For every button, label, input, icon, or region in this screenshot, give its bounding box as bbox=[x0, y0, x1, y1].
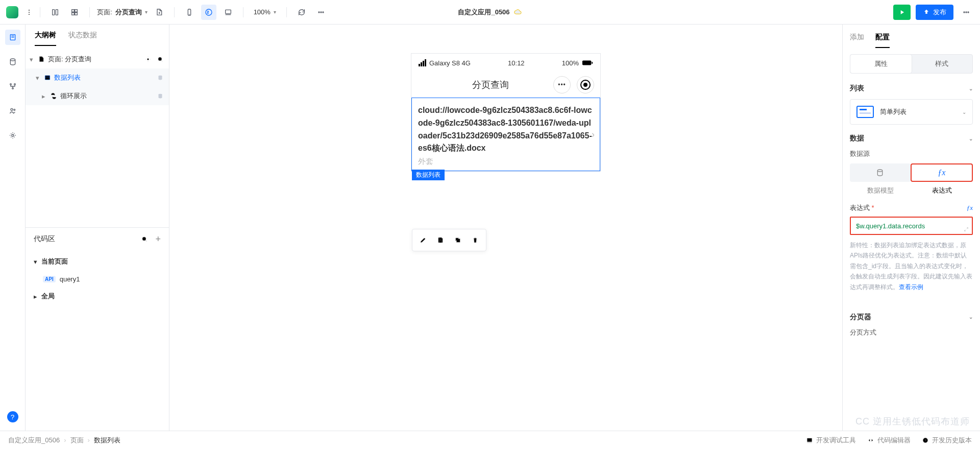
section-pager-header[interactable]: 分页器⌄ bbox=[850, 313, 973, 322]
device-page-title: 分页查询 bbox=[428, 79, 553, 91]
rail-database-icon[interactable] bbox=[5, 54, 20, 69]
svg-line-38 bbox=[146, 240, 147, 241]
publish-button[interactable]: 发布 bbox=[916, 5, 953, 20]
miniprogram-icon[interactable] bbox=[201, 5, 216, 20]
search-icon[interactable] bbox=[141, 235, 148, 243]
panel-icon[interactable] bbox=[47, 5, 63, 20]
svg-rect-12 bbox=[225, 10, 231, 13]
signal-icon bbox=[419, 59, 426, 66]
debug-tools[interactable]: 开发调试工具 bbox=[806, 436, 856, 445]
datasource-segment: ƒx bbox=[850, 163, 973, 182]
left-tabs: 大纲树 状态数据 bbox=[26, 25, 169, 46]
svg-point-14 bbox=[318, 12, 320, 13]
seg-styles[interactable]: 样式 bbox=[912, 55, 973, 73]
item-title: cloud://lowcode-9g6zlcz504383ac8.6c6f-lo… bbox=[418, 104, 594, 155]
svg-point-23 bbox=[10, 59, 15, 61]
mp-menu-icon[interactable] bbox=[553, 76, 571, 93]
svg-rect-3 bbox=[53, 9, 55, 15]
more-vertical-icon[interactable] bbox=[26, 9, 33, 16]
svg-point-26 bbox=[12, 88, 13, 89]
svg-point-0 bbox=[29, 10, 30, 11]
svg-rect-7 bbox=[72, 12, 75, 15]
save-icon[interactable] bbox=[432, 232, 449, 248]
right-tabs: 添加 配置 bbox=[850, 33, 973, 48]
history-versions[interactable]: 开发历史版本 bbox=[922, 436, 972, 445]
svg-point-30 bbox=[147, 58, 149, 60]
device-header: 分页查询 bbox=[411, 72, 600, 98]
ds-expr-label: 表达式 bbox=[912, 186, 973, 195]
tree-loop-row[interactable]: ▸ 循环展示 bbox=[26, 87, 169, 105]
svg-point-29 bbox=[12, 134, 14, 136]
bottom-bar: 自定义应用_0506› 页面› 数据列表 开发调试工具 代码编辑器 开发历史版本 bbox=[0, 431, 980, 449]
hint-link[interactable]: 查看示例 bbox=[899, 283, 923, 291]
chevron-right-icon: › bbox=[592, 129, 595, 140]
gear-icon[interactable] bbox=[144, 56, 152, 63]
expression-input[interactable]: $w.query1.data.records bbox=[850, 217, 973, 235]
loop-icon bbox=[50, 92, 57, 100]
table-icon bbox=[44, 74, 51, 81]
list-template-card[interactable]: 简单列表 ⌄ bbox=[850, 99, 973, 125]
code-global[interactable]: ▸全局 bbox=[26, 288, 169, 305]
more-horizontal-icon[interactable] bbox=[313, 5, 329, 20]
copy-icon[interactable] bbox=[449, 232, 467, 248]
delete-icon[interactable] bbox=[467, 232, 484, 248]
svg-point-16 bbox=[323, 12, 324, 13]
page-icon bbox=[38, 56, 45, 63]
section-list-header[interactable]: 列表⌄ bbox=[850, 84, 973, 93]
mobile-icon[interactable] bbox=[182, 5, 197, 20]
top-right: 发布 bbox=[893, 5, 974, 20]
run-button[interactable] bbox=[893, 5, 911, 20]
ds-expr-button[interactable]: ƒx bbox=[911, 163, 973, 182]
crumb-page[interactable]: 页面 bbox=[70, 436, 84, 445]
code-query-item[interactable]: APIquery1 bbox=[26, 270, 169, 288]
rail-users-icon[interactable] bbox=[5, 103, 20, 119]
seg-properties[interactable]: 属性 bbox=[850, 55, 912, 73]
rail-pages-icon[interactable] bbox=[5, 30, 20, 45]
ds-model-label: 数据模型 bbox=[850, 186, 912, 195]
svg-point-42 bbox=[878, 170, 883, 172]
rail-flow-icon[interactable] bbox=[5, 79, 20, 94]
svg-point-19 bbox=[968, 12, 969, 13]
svg-point-27 bbox=[11, 108, 13, 110]
outline-tree: ▾ 页面: 分页查询 ▾ 数据列表 ▸ 循环展示 bbox=[26, 46, 169, 109]
crumb-app[interactable]: 自定义应用_0506 bbox=[8, 436, 60, 445]
pager-mode-label: 分页方式 bbox=[850, 328, 973, 337]
fx-icon[interactable]: ƒx bbox=[967, 204, 973, 212]
svg-rect-40 bbox=[592, 62, 593, 64]
datalist-item[interactable]: cloud://lowcode-9g6zlcz504383ac8.6c6f-lo… bbox=[411, 98, 600, 171]
tab-add[interactable]: 添加 bbox=[850, 33, 864, 48]
desktop-icon[interactable] bbox=[220, 5, 236, 20]
code-editor[interactable]: 代码编辑器 bbox=[867, 436, 911, 445]
refresh-icon[interactable] bbox=[294, 5, 309, 20]
tab-config[interactable]: 配置 bbox=[875, 33, 890, 48]
svg-point-11 bbox=[206, 9, 212, 15]
tree-page-row[interactable]: ▾ 页面: 分页查询 bbox=[26, 50, 169, 68]
settings-more-icon[interactable] bbox=[959, 5, 974, 20]
page-selector[interactable]: 页面: 分页查询 ▾ bbox=[97, 8, 148, 17]
grid-icon[interactable] bbox=[67, 5, 82, 20]
svg-point-24 bbox=[10, 84, 11, 85]
tab-state[interactable]: 状态数据 bbox=[68, 31, 97, 46]
selection-toolbar bbox=[412, 229, 486, 251]
prop-style-segment[interactable]: 属性 样式 bbox=[850, 54, 973, 74]
new-page-icon[interactable] bbox=[152, 5, 167, 20]
top-bar: 页面: 分页查询 ▾ 100%▾ 自定义应用_0506 发布 bbox=[0, 0, 980, 25]
edit-icon[interactable] bbox=[414, 232, 432, 248]
search-icon[interactable] bbox=[157, 56, 164, 63]
ds-model-button[interactable] bbox=[850, 163, 911, 182]
zoom-selector[interactable]: 100%▾ bbox=[251, 8, 279, 16]
section-data-header[interactable]: 数据⌄ bbox=[850, 134, 973, 143]
help-icon[interactable]: ? bbox=[7, 411, 18, 422]
expand-icon[interactable] bbox=[964, 227, 969, 232]
tree-datalist-row[interactable]: ▾ 数据列表 bbox=[26, 68, 169, 87]
svg-point-15 bbox=[321, 12, 322, 13]
tab-outline[interactable]: 大纲树 bbox=[35, 31, 56, 46]
svg-point-25 bbox=[14, 84, 15, 85]
mp-close-icon[interactable] bbox=[577, 76, 594, 93]
rail-settings-icon[interactable] bbox=[5, 128, 20, 143]
svg-point-31 bbox=[158, 57, 162, 61]
svg-point-18 bbox=[966, 12, 967, 13]
code-current-page[interactable]: ▾当前页面 bbox=[26, 253, 169, 270]
app-title: 自定义应用_0506 bbox=[458, 8, 522, 17]
add-icon[interactable]: + bbox=[155, 235, 161, 243]
